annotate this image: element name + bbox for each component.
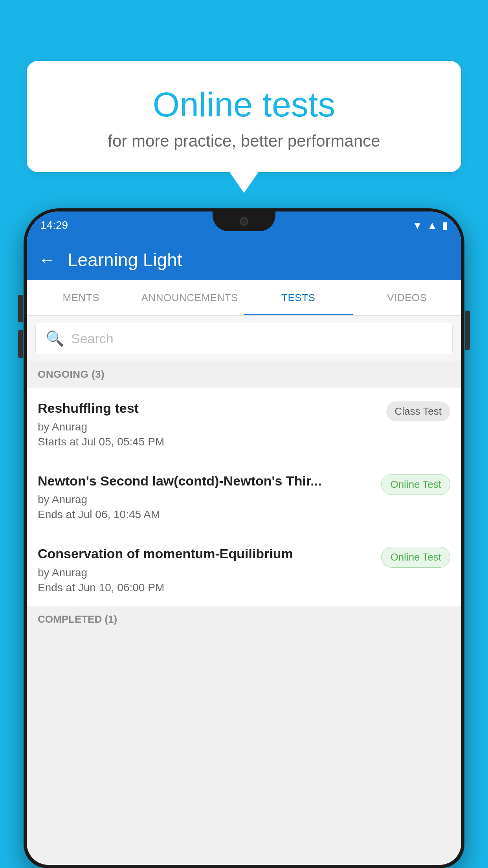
test-author: by Anurag bbox=[38, 421, 378, 433]
phone-frame: 14:29 ▼ ▲ ▮ ← Learning Light MENTS ANNOU… bbox=[24, 208, 464, 868]
status-time: 14:29 bbox=[40, 219, 68, 232]
bubble-card: Online tests for more practice, better p… bbox=[27, 61, 461, 172]
bubble-title: Online tests bbox=[50, 85, 438, 125]
search-icon: 🔍 bbox=[46, 330, 64, 347]
promo-bubble: Online tests for more practice, better p… bbox=[27, 61, 461, 193]
test-name: Reshuffling test bbox=[38, 399, 378, 417]
volume-down-button bbox=[18, 330, 23, 358]
test-author: by Anurag bbox=[38, 493, 373, 506]
test-badge-online: Online Test bbox=[381, 474, 450, 495]
tab-announcements[interactable]: ANNOUNCEMENTS bbox=[136, 280, 244, 315]
tab-ments[interactable]: MENTS bbox=[27, 280, 136, 315]
app-bar-title: Learning Light bbox=[68, 249, 182, 270]
status-bar: 14:29 ▼ ▲ ▮ bbox=[27, 211, 461, 239]
power-button bbox=[465, 311, 470, 350]
wifi-icon: ▼ bbox=[413, 219, 423, 232]
completed-section-header: COMPLETED (1) bbox=[27, 606, 461, 633]
back-button[interactable]: ← bbox=[39, 250, 56, 270]
bubble-arrow bbox=[229, 171, 259, 193]
completed-label: COMPLETED (1) bbox=[38, 613, 117, 625]
bubble-subtitle: for more practice, better performance bbox=[50, 132, 438, 151]
front-camera bbox=[240, 217, 248, 226]
tab-videos[interactable]: VIDEOS bbox=[353, 280, 462, 315]
test-item[interactable]: Conservation of momentum-Equilibrium by … bbox=[27, 533, 461, 606]
test-info: Reshuffling test by Anurag Starts at Jul… bbox=[38, 399, 378, 448]
test-info: Newton's Second law(contd)-Newton's Thir… bbox=[38, 472, 373, 521]
test-author: by Anurag bbox=[38, 566, 373, 579]
search-bar[interactable]: 🔍 Search bbox=[35, 323, 453, 354]
test-time: Starts at Jul 05, 05:45 PM bbox=[38, 436, 378, 448]
test-name: Conservation of momentum-Equilibrium bbox=[38, 545, 373, 562]
test-item[interactable]: Reshuffling test by Anurag Starts at Jul… bbox=[27, 388, 461, 460]
volume-up-button bbox=[18, 295, 23, 322]
status-icons: ▼ ▲ ▮ bbox=[413, 219, 448, 232]
test-item[interactable]: Newton's Second law(contd)-Newton's Thir… bbox=[27, 460, 461, 533]
signal-icon: ▲ bbox=[427, 219, 437, 232]
tabs-container: MENTS ANNOUNCEMENTS TESTS VIDEOS bbox=[27, 280, 461, 316]
search-placeholder-text: Search bbox=[71, 331, 114, 346]
ongoing-section-header: ONGOING (3) bbox=[27, 361, 461, 388]
app-bar: ← Learning Light bbox=[27, 239, 461, 280]
search-container: 🔍 Search bbox=[27, 316, 461, 361]
phone-screen: 14:29 ▼ ▲ ▮ ← Learning Light MENTS ANNOU… bbox=[27, 211, 461, 865]
test-time: Ends at Jul 06, 10:45 AM bbox=[38, 508, 373, 521]
test-badge-online: Online Test bbox=[381, 547, 450, 568]
ongoing-label: ONGOING (3) bbox=[38, 368, 105, 380]
test-info: Conservation of momentum-Equilibrium by … bbox=[38, 545, 373, 594]
test-name: Newton's Second law(contd)-Newton's Thir… bbox=[38, 472, 373, 489]
tests-list: Reshuffling test by Anurag Starts at Jul… bbox=[27, 388, 461, 606]
test-badge-class: Class Test bbox=[386, 401, 450, 421]
tab-tests[interactable]: TESTS bbox=[244, 280, 353, 315]
test-time: Ends at Jun 10, 06:00 PM bbox=[38, 581, 373, 594]
phone-notch bbox=[213, 211, 275, 231]
battery-icon: ▮ bbox=[442, 219, 448, 232]
